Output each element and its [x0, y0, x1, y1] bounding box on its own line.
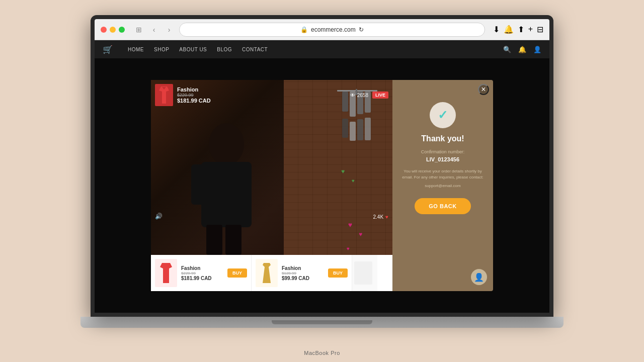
website: 🛒 HOME SHOP ABOUT US BLOG CONTACT 🔍 🔔 👤 [95, 40, 549, 313]
product-header: Fashion $220.99 $181.99 CAD 👁 2658 [155, 84, 388, 106]
close-traffic-light[interactable] [101, 27, 107, 33]
product-cards-row: Fashion $220.99 $181.99 CAD BUY [151, 255, 392, 291]
card-2-price: $99.99 CAD [282, 276, 324, 281]
notification-icon[interactable]: 🔔 [518, 46, 526, 53]
browser-controls: ⊞ ‹ › [133, 24, 175, 36]
alerts-icon[interactable]: 🔔 [504, 25, 514, 34]
nav-about[interactable]: ABOUT US [179, 47, 207, 52]
tab-switcher-button[interactable]: ⊞ [133, 24, 145, 36]
card-1-price: $181.99 CAD [181, 276, 223, 281]
engagement-count: 2.4K ♥ [373, 214, 388, 220]
tabs-icon[interactable]: ⊟ [537, 25, 543, 34]
product-card-1: Fashion $220.99 $181.99 CAD BUY [151, 255, 252, 291]
confirmation-panel: × ✓ Thank you! Confirmation number: LIV_… [392, 80, 493, 291]
card-2-skirt [259, 262, 275, 284]
stream-bottom-bar: 🔊 2.4K ♥ [155, 213, 388, 220]
product-name: Fashion [177, 86, 211, 93]
heart-4: ♥ [359, 231, 362, 238]
dress-svg [157, 85, 171, 105]
card-2-image [256, 259, 278, 287]
viewer-count-number: 2658 [357, 93, 368, 98]
svg-rect-12 [342, 119, 348, 138]
svg-rect-3 [236, 164, 252, 205]
card-1-original-price: $220.99 [181, 271, 223, 276]
stream-and-confirm: Fashion $220.99 $181.99 CAD 👁 2658 [151, 80, 493, 291]
engagement-heart: ♥ [385, 214, 388, 220]
engagement-number: 2.4K [373, 214, 383, 220]
close-button[interactable]: × [478, 84, 489, 95]
stream-header-right: 👁 2658 LIVE [350, 92, 388, 99]
downloads-icon[interactable]: ⬇ [493, 25, 500, 34]
nav-contact[interactable]: CONTACT [242, 47, 268, 52]
viewer-count: 👁 2658 [350, 93, 368, 98]
card-1-dress [158, 262, 174, 284]
nav-logo: 🛒 [103, 45, 113, 54]
browser-chrome: ⊞ ‹ › 🔒 ecommerce.com ↻ ⬇ 🔔 ⬆ + ⊟ [95, 19, 549, 40]
card-1-info: Fashion $220.99 $181.99 CAD [181, 265, 223, 281]
macbook-notch [272, 320, 372, 324]
card-2-name: Fashion [282, 265, 324, 271]
stream-video: Fashion $220.99 $181.99 CAD 👁 2658 [151, 80, 392, 255]
svg-rect-15 [365, 118, 371, 140]
check-circle: ✓ [430, 102, 456, 128]
audio-icon[interactable]: 🔊 [155, 213, 163, 220]
product-card-2: Fashion $128.99 $99.99 CAD BUY [252, 255, 352, 291]
confirmation-label: Confirmation number: [421, 149, 465, 154]
product-thumbnail [155, 84, 173, 106]
forward-button[interactable]: › [163, 24, 175, 36]
macbook-base [80, 317, 564, 328]
new-tab-icon[interactable]: + [528, 25, 533, 34]
url-text: ecommerce.com [311, 26, 356, 33]
svg-rect-13 [350, 122, 356, 141]
svg-rect-4 [206, 225, 222, 255]
card-2-info: Fashion $128.99 $99.99 CAD [282, 265, 324, 281]
browser-action-icons: ⬇ 🔔 ⬆ + ⊟ [493, 25, 543, 34]
reload-icon[interactable]: ↻ [359, 26, 364, 33]
minimize-traffic-light[interactable] [110, 27, 116, 33]
partial-card-3 [352, 255, 377, 291]
stream-container: Fashion $220.99 $181.99 CAD 👁 2658 [151, 80, 493, 291]
stream-panel: Fashion $220.99 $181.99 CAD 👁 2658 [151, 80, 392, 291]
heart-1: ♥ [341, 168, 345, 175]
address-bar[interactable]: 🔒 ecommerce.com ↻ [179, 23, 485, 37]
product-original-price: $220.99 [177, 93, 211, 98]
nav-icons: 🔍 🔔 👤 [503, 46, 541, 53]
heart-2: ♥ [352, 178, 355, 184]
video-background [151, 80, 392, 255]
maximize-traffic-light[interactable] [119, 27, 125, 33]
svg-point-0 [209, 123, 244, 165]
macbook-label: MacBook Pro [304, 350, 340, 356]
live-badge: LIVE [372, 92, 388, 99]
nav-bar: 🛒 HOME SHOP ABOUT US BLOG CONTACT 🔍 🔔 👤 [95, 40, 549, 58]
heart-5: ♥ [347, 246, 350, 251]
card-2-buy-button[interactable]: BUY [328, 268, 348, 278]
back-button[interactable]: ‹ [148, 24, 160, 36]
main-content: Fashion $220.99 $181.99 CAD 👁 2658 [95, 58, 549, 313]
nav-blog[interactable]: BLOG [217, 47, 232, 52]
share-icon[interactable]: ⬆ [518, 25, 524, 34]
heart-3: ♥ [348, 221, 352, 229]
macbook-screen: ⊞ ‹ › 🔒 ecommerce.com ↻ ⬇ 🔔 ⬆ + ⊟ 🛒 [91, 15, 553, 317]
card-2-original-price: $128.99 [282, 271, 324, 276]
svg-rect-14 [357, 119, 363, 140]
partial-card-image [354, 261, 372, 285]
eye-icon: 👁 [350, 93, 355, 98]
checkmark-icon: ✓ [438, 108, 448, 122]
user-icon[interactable]: 👤 [533, 46, 541, 53]
card-1-buy-button[interactable]: BUY [227, 268, 247, 278]
nav-home[interactable]: HOME [128, 47, 144, 52]
svg-rect-5 [225, 225, 242, 255]
product-price: $181.99 CAD [177, 98, 211, 104]
confirmation-number: LIV_0123456 [426, 156, 459, 162]
product-info: Fashion $220.99 $181.99 CAD [177, 86, 211, 104]
person-silhouette [171, 114, 282, 255]
lock-icon: 🔒 [300, 26, 308, 33]
nav-shop[interactable]: SHOP [154, 47, 169, 52]
thank-you-title: Thank you! [421, 134, 464, 143]
go-back-button[interactable]: GO BACK [415, 198, 470, 214]
card-1-image [155, 259, 177, 287]
email-info-text: You will receive your order details shor… [400, 168, 485, 180]
avatar: 👤 [471, 269, 487, 285]
search-icon[interactable]: 🔍 [503, 46, 511, 53]
macbook-frame: ⊞ ‹ › 🔒 ecommerce.com ↻ ⬇ 🔔 ⬆ + ⊟ 🛒 [80, 15, 564, 347]
